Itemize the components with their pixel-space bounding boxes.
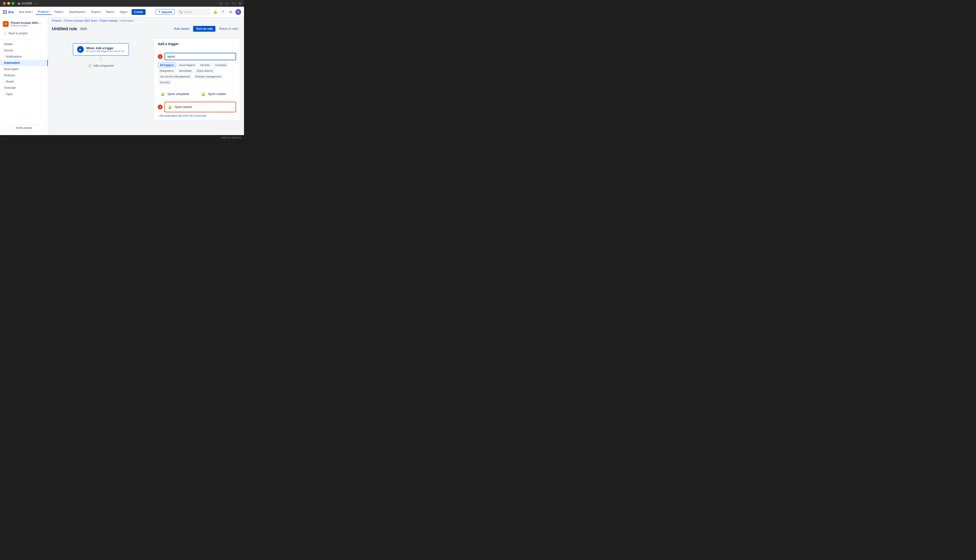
status-user: Yuehu Lin (fntsr.tw): [221, 136, 241, 139]
nav-back-icon[interactable]: ‹: [35, 2, 36, 5]
project-name: iThome Ironman 2024 ...: [10, 22, 45, 24]
search-box[interactable]: 🔍 Search: [177, 9, 211, 15]
breadcrumb-sep: /: [62, 19, 63, 22]
connector-line: [100, 57, 101, 62]
trigger-search-input[interactable]: [164, 53, 236, 60]
create-button[interactable]: Create: [132, 9, 145, 15]
page-title-row: Untitled rule NEW: [52, 27, 88, 32]
trigger-label: Sprint completed: [167, 92, 189, 96]
filter-tab-quick-actions[interactable]: Quick actions: [194, 68, 215, 73]
main-content: Projects / iThome Ironman 2024 Team / Pr…: [48, 17, 244, 135]
topnav-right: ✦ Upgrade 🔍 Search 🔔 ? ⚙ YL: [155, 9, 241, 15]
nav-forward-icon[interactable]: ›: [37, 2, 38, 5]
breadcrumb: Projects / iThome Ironman 2024 Team / Pr…: [48, 17, 244, 24]
close-button[interactable]: [3, 2, 6, 5]
community-tips-link[interactable]: › Get automation tips from the community: [158, 114, 236, 117]
filter-tab-release-mgmt[interactable]: Release management: [193, 74, 223, 79]
project-info: iThome Ironman 2024 ... Software project: [10, 22, 45, 27]
turn-on-rule-button[interactable]: Turn on rule: [193, 26, 216, 32]
trigger-row-1: 🔔 Sprint completed 🔔 Sprint created: [158, 89, 236, 99]
header-actions: Rule details Turn on rule Return to rule…: [172, 26, 240, 32]
trigger-list: 🔔 Sprint completed 🔔 Sprint created: [154, 87, 240, 101]
nav-dashboards[interactable]: Dashboards ▾: [67, 9, 88, 15]
filter-tab-compass[interactable]: Compass: [213, 63, 228, 67]
avatar[interactable]: YL: [236, 9, 241, 15]
nav-teams[interactable]: Teams ▾: [89, 9, 103, 15]
chevron-down-icon: ▾: [85, 10, 86, 13]
trigger-label: Sprint started: [175, 105, 192, 109]
filter-tabs: All triggers Issue triggers DevOps Compa…: [154, 60, 240, 87]
trigger-item-sprint-created[interactable]: 🔔 Sprint created: [198, 89, 236, 99]
fullscreen-button[interactable]: [12, 2, 14, 5]
sidebar-item-notifications[interactable]: › Notifications: [0, 53, 48, 60]
nav-plans[interactable]: Plans ▾: [104, 9, 117, 15]
project-header: iT iThome Ironman 2024 ... Software proj…: [0, 19, 48, 29]
sidebar-item-label: Apps: [6, 92, 12, 96]
app-body: iT iThome Ironman 2024 ... Software proj…: [0, 17, 244, 135]
statusbar: Yuehu Lin (fntsr.tw): [0, 135, 244, 140]
notifications-icon[interactable]: 🔔: [212, 9, 218, 15]
breadcrumb-projects[interactable]: Projects: [52, 19, 62, 22]
chevron-right-icon: ›: [4, 80, 5, 83]
share-icon: □↑: [225, 2, 229, 5]
minimize-button[interactable]: [7, 2, 10, 5]
panel-title: Add a trigger: [158, 42, 236, 46]
trigger-text: When: Add a trigger An event that trigge…: [86, 47, 125, 53]
add-component-button[interactable]: + Add component: [85, 62, 117, 69]
titlebar: ▣ 私密瀏覽 ‹ › ⊙ □↑ +□ ⧉: [0, 0, 244, 7]
play-icon: ▶: [77, 46, 84, 53]
filter-tab-issue-triggers[interactable]: Issue triggers: [177, 63, 197, 67]
trigger-subtitle: An event that triggers the rule to run: [86, 50, 125, 53]
window-icon: ▣: [18, 2, 20, 5]
logo-area: Jira: [3, 10, 14, 14]
filter-tab-jsm[interactable]: Jira Service Management: [158, 74, 192, 79]
sidebar-item-access[interactable]: Access: [0, 47, 48, 53]
sidebar-item-automation[interactable]: Automation: [0, 60, 48, 66]
chevron-down-icon: ▾: [114, 10, 115, 13]
sidebar-item-details[interactable]: Details: [0, 41, 48, 47]
help-icon[interactable]: ?: [220, 9, 226, 15]
tabs-icon: ⧉: [239, 2, 241, 5]
back-to-project[interactable]: ← Back to project: [0, 30, 48, 37]
new-badge: NEW: [79, 27, 88, 31]
sidebar-item-toolchain[interactable]: Toolchain: [0, 85, 48, 91]
nav-projects[interactable]: Projects ▾: [36, 9, 52, 15]
trigger-item-sprint-completed[interactable]: 🔔 Sprint completed: [158, 89, 196, 99]
sidebar-item-apps[interactable]: › Apps: [0, 91, 48, 97]
breadcrumb-team[interactable]: iThome Ironman 2024 Team: [64, 19, 97, 22]
breadcrumb-current: Automation: [120, 19, 134, 22]
sidebar-item-issue-types[interactable]: Issue types: [0, 66, 48, 72]
filter-tab-more[interactable]: ...: [173, 80, 179, 85]
filter-tab-scheduled[interactable]: Scheduled: [177, 68, 194, 73]
invite-people-button[interactable]: Invite people: [3, 125, 45, 131]
breadcrumb-settings[interactable]: Project settings: [100, 19, 118, 22]
filter-tab-security[interactable]: Security: [158, 80, 172, 85]
sprint-started-icon: 🔔: [167, 104, 173, 110]
nav-filters[interactable]: Filters ▾: [53, 9, 66, 15]
sidebar-item-features[interactable]: Features: [0, 72, 48, 78]
breadcrumb-sep: /: [98, 19, 99, 22]
jira-logo: Jira: [8, 10, 14, 14]
sprint-completed-icon: 🔔: [160, 91, 165, 97]
flow-area: ▶ When: Add a trigger An event that trig…: [52, 38, 150, 131]
trigger-card[interactable]: ▶ When: Add a trigger An event that trig…: [73, 43, 129, 56]
trigger-item-sprint-started[interactable]: 🔔 Sprint started: [164, 102, 236, 112]
return-to-rules-button[interactable]: Return to rules: [217, 26, 240, 32]
panel-footer: › Get automation tips from the community: [154, 112, 240, 120]
chevron-right-icon: ›: [4, 93, 5, 95]
nav-apps[interactable]: Apps ▾: [118, 9, 130, 15]
project-icon: iT: [3, 21, 8, 27]
sprint-created-icon: 🔔: [200, 91, 206, 97]
settings-icon[interactable]: ⚙: [228, 9, 234, 15]
upgrade-button[interactable]: ✦ Upgrade: [155, 9, 175, 15]
nav-your-work[interactable]: Your work ▾: [17, 9, 35, 15]
rule-details-button[interactable]: Rule details: [172, 26, 191, 32]
sidebar-item-board[interactable]: › Board: [0, 78, 48, 85]
filter-tab-integrations[interactable]: Integrations: [158, 68, 176, 73]
plus-icon: +: [88, 64, 92, 68]
filter-tab-devops[interactable]: DevOps: [198, 63, 212, 67]
page-title: Untitled rule: [52, 27, 77, 32]
apps-grid-icon[interactable]: [3, 10, 7, 14]
canvas-area: ▶ When: Add a trigger An event that trig…: [48, 35, 244, 135]
filter-tab-all-triggers[interactable]: All triggers: [158, 63, 176, 67]
